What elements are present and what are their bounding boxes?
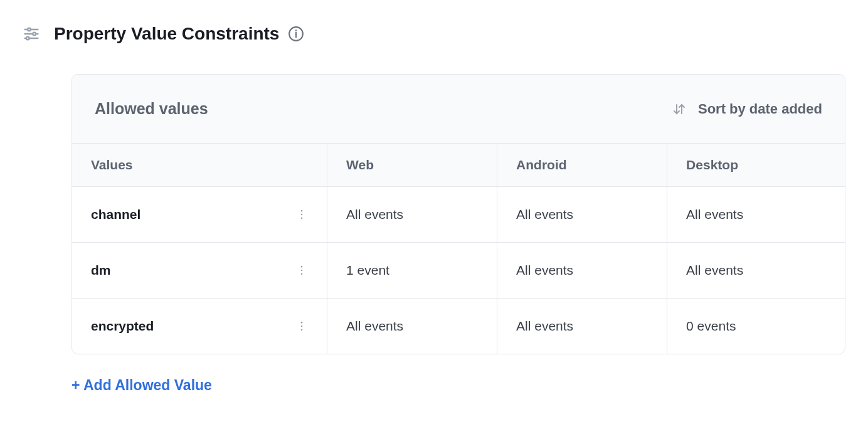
cell-web: All events <box>327 299 497 354</box>
svg-point-18 <box>301 326 303 327</box>
svg-point-11 <box>301 210 303 212</box>
svg-point-13 <box>301 218 303 220</box>
allowed-values-card: Allowed values Sort by date added <box>71 74 845 354</box>
constraints-table: Values Web Android Desktop channel <box>72 143 845 354</box>
svg-point-17 <box>301 322 303 324</box>
svg-point-1 <box>28 28 31 31</box>
page-title: Property Value Constraints <box>54 24 279 44</box>
kebab-icon[interactable] <box>295 320 308 332</box>
col-header-android: Android <box>497 144 667 187</box>
sliders-icon <box>23 25 40 43</box>
cell-web: 1 event <box>327 243 497 299</box>
cell-android: All events <box>497 299 667 354</box>
svg-point-19 <box>301 329 303 331</box>
col-header-values: Values <box>72 144 327 187</box>
kebab-icon[interactable] <box>295 264 308 277</box>
svg-point-8 <box>295 29 297 31</box>
add-allowed-value-button[interactable]: + Add Allowed Value <box>71 377 212 394</box>
cell-desktop: 0 events <box>667 299 845 354</box>
table-row: encrypted All events All events 0 events <box>72 299 845 354</box>
table-row: dm 1 event All events All events <box>72 243 845 299</box>
sort-button[interactable]: Sort by date added <box>672 101 822 117</box>
value-name: dm <box>91 263 111 278</box>
cell-android: All events <box>497 187 667 243</box>
svg-point-14 <box>301 266 303 268</box>
svg-point-5 <box>26 37 29 40</box>
card-header: Allowed values Sort by date added <box>72 75 845 143</box>
card-title: Allowed values <box>95 100 208 118</box>
svg-point-3 <box>33 33 36 36</box>
svg-point-15 <box>301 270 303 272</box>
value-name: channel <box>91 207 140 222</box>
kebab-icon[interactable] <box>295 208 308 221</box>
cell-android: All events <box>497 243 667 299</box>
sort-label: Sort by date added <box>698 101 822 117</box>
value-name: encrypted <box>91 319 154 334</box>
table-row: channel All events All events All events <box>72 187 845 243</box>
cell-desktop: All events <box>667 243 845 299</box>
cell-desktop: All events <box>667 187 845 243</box>
info-icon[interactable] <box>288 26 304 42</box>
svg-point-16 <box>301 273 303 275</box>
section-header: Property Value Constraints <box>23 24 845 44</box>
col-header-desktop: Desktop <box>667 144 845 187</box>
sort-icon <box>672 102 687 117</box>
col-header-web: Web <box>327 144 497 187</box>
svg-point-12 <box>301 214 303 216</box>
cell-web: All events <box>327 187 497 243</box>
